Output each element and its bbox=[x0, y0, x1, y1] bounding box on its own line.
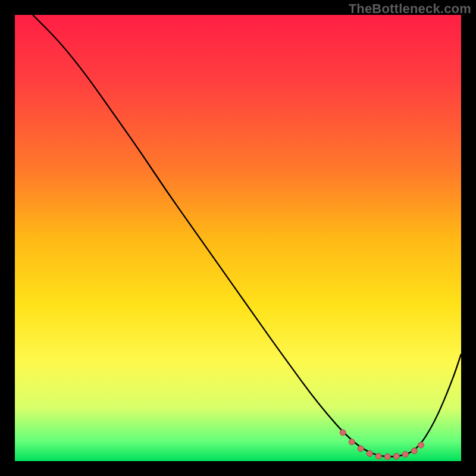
marker-point bbox=[358, 446, 364, 452]
marker-point bbox=[418, 442, 424, 448]
marker-point bbox=[340, 430, 346, 436]
marker-point bbox=[393, 453, 399, 459]
gradient-heatfield bbox=[15, 15, 461, 461]
marker-point bbox=[384, 454, 390, 460]
plot-area bbox=[15, 15, 461, 461]
marker-point bbox=[402, 452, 408, 458]
watermark-text: TheBottleneck.com bbox=[349, 1, 471, 17]
chart-svg bbox=[15, 15, 461, 461]
marker-point bbox=[349, 439, 355, 445]
chart-frame: TheBottleneck.com bbox=[0, 0, 476, 476]
marker-point bbox=[375, 453, 381, 459]
marker-point bbox=[411, 448, 417, 454]
marker-point bbox=[367, 450, 372, 456]
